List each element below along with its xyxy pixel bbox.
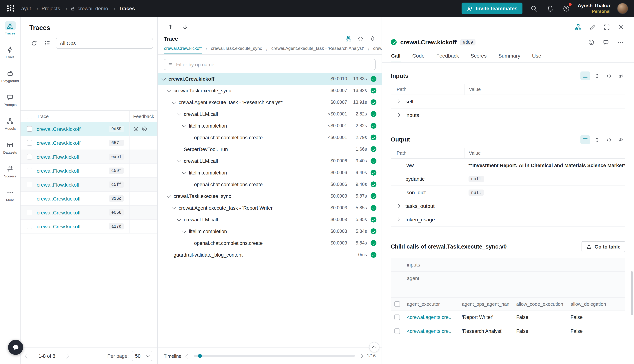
sidebar-item-datasets[interactable]: Datasets [0,140,20,160]
chevron-down-icon[interactable] [182,170,186,174]
tree-row[interactable]: litellm.completion $0.0003 5.84s [158,226,382,237]
tree-view-toggle-button[interactable] [574,23,582,31]
row-checkbox[interactable] [27,140,32,146]
row-checkbox[interactable] [27,182,32,187]
path-tab[interactable]: crewai.Task.execute_sync [211,44,271,54]
row-checkbox[interactable] [27,224,32,229]
display-settings-button[interactable] [43,38,52,48]
add-note-button[interactable] [601,38,610,47]
trace-link[interactable]: crewai.Crew.kickoff [37,126,81,132]
search-button[interactable] [529,4,539,13]
breadcrumb-projects[interactable]: Projects [42,6,71,11]
tree-row[interactable]: litellm.completion <$0.0001 2.82s [158,120,382,132]
agent-executor-link[interactable]: <crewai.agents.cre... [403,328,458,334]
trace-link[interactable]: crewai.Crew.kickoff [37,140,81,146]
trace-link[interactable]: crewai.Flow.kickoff [37,168,79,174]
tab-feedback[interactable]: Feedback [436,50,459,62]
select-all-checkbox[interactable] [394,301,400,307]
row-checkbox[interactable] [27,196,32,201]
output-row[interactable]: tasks_output [391,200,625,213]
chevron-down-icon[interactable] [167,194,171,198]
edit-button[interactable] [588,23,596,31]
tree-row[interactable]: SerperDevTool._run 1.66s [158,143,382,155]
path-tab[interactable]: crewai.Agent.execute_task - 'Research An… [271,44,373,54]
close-panel-button[interactable] [617,23,625,31]
tab-use[interactable]: Use [532,50,541,62]
table-row[interactable]: crewai.Flow.kickoffc5ff [21,178,157,192]
code-format-button[interactable] [604,135,613,144]
timeline-slider[interactable] [194,355,355,357]
per-page-select[interactable]: 50 [132,351,152,361]
row-checkbox[interactable] [394,314,400,320]
go-to-table-button[interactable]: Go to table [581,241,625,252]
code-format-button[interactable] [604,72,613,80]
table-row[interactable]: crewai.Flow.kickoffc59f [21,164,157,178]
input-row[interactable]: self [391,95,625,108]
output-row[interactable]: raw **Investment Report: AI in Chemical … [391,159,625,172]
tab-scores[interactable]: Scores [470,50,487,62]
table-row[interactable]: crewai.Crew.kickoff316c [21,192,157,206]
tree-row[interactable]: crewai.LLM.call <$0.0001 2.82s [158,108,382,120]
tree-row[interactable]: crewai.Task.execute_sync $0.0007 13.92s [158,85,382,96]
wandb-logo[interactable] [5,3,16,14]
user-menu[interactable]: Ayush Thakur Personal [578,3,610,14]
chevron-down-icon[interactable] [177,112,181,116]
chevron-down-icon[interactable] [177,217,181,221]
scrollbar-thumb[interactable] [631,271,633,315]
sidebar-item-models[interactable]: Models [0,116,20,136]
row-checkbox[interactable] [27,126,32,132]
chevron-right-icon[interactable] [396,217,400,222]
sidebar-item-playground[interactable]: Playground [0,69,20,88]
tree-row[interactable]: openai.chat.completions.create $0.0006 9… [158,178,382,190]
tree-row[interactable]: openai.chat.completions.create <$0.0001 … [158,132,382,143]
tree-row[interactable]: crewai.Agent.execute_task - 'Report Writ… [158,202,382,214]
tree-row[interactable]: crewai.Task.execute_sync $0.0003 5.87s [158,190,382,202]
row-checkbox[interactable] [27,154,32,160]
next-trace-button[interactable] [180,22,189,31]
chevron-right-icon[interactable] [396,113,400,117]
select-all-checkbox[interactable] [27,114,32,119]
tree-row[interactable]: crewai.Agent.execute_task - 'Research An… [158,96,382,108]
chevron-down-icon[interactable] [172,205,176,210]
tree-row[interactable]: crewai.Crew.kickoff $0.0010 19.83s [158,73,382,85]
more-actions-button[interactable] [616,38,625,47]
trace-link[interactable]: crewai.Crew.kickoff [37,196,81,202]
table-row[interactable]: crewai.Crew.kickoff657f [21,136,157,150]
path-tab[interactable]: crewai.LLM.cal [373,44,382,54]
tree-row[interactable]: crewai.LLM.call $0.0003 5.85s [158,214,382,226]
output-row[interactable]: json_dict null [391,186,625,200]
table-row[interactable]: <crewai.agents.cre... 'Report Writer' Fa… [391,310,625,324]
add-reaction-button[interactable] [586,38,596,47]
notifications-button[interactable] [545,4,555,13]
breadcrumb-project[interactable]: crewai_demo [71,6,119,11]
code-view-button[interactable] [356,34,364,42]
tab-call[interactable]: Call [391,50,401,62]
table-row[interactable]: crewai.Crew.kickoffa17d [21,220,157,234]
hide-values-button[interactable] [616,135,625,144]
tab-code[interactable]: Code [412,50,425,62]
flame-view-button[interactable] [368,34,377,42]
tree-view-button[interactable] [344,34,352,42]
sidebar-item-more[interactable]: More [0,188,20,207]
breadcrumb-team[interactable]: ayut [21,6,42,11]
timeline-slider-handle[interactable] [198,354,202,358]
chevron-down-icon[interactable] [162,76,166,80]
agent-executor-link[interactable]: <crewai.agents.cre... [403,314,458,320]
chevron-down-icon[interactable] [172,100,176,104]
chevron-right-icon[interactable] [396,204,400,208]
row-checkbox[interactable] [394,328,400,334]
table-row[interactable]: crewai.Crew.kickoff9d89 [21,122,157,136]
trace-link[interactable]: crewai.Flow.kickoff [37,154,79,160]
chevron-down-icon[interactable] [182,229,186,233]
op-filter-input[interactable] [176,62,372,67]
chat-widget-button[interactable] [8,340,23,355]
output-row[interactable]: pydantic null [391,172,625,186]
tree-row[interactable]: openai.chat.completions.create $0.0003 5… [158,237,382,249]
path-tab[interactable]: crewai.Crew.kickoff [164,44,211,54]
prev-page-button[interactable] [25,354,30,358]
chevron-down-icon[interactable] [167,88,171,92]
list-view-button[interactable] [580,135,590,144]
chevron-down-icon[interactable] [177,158,181,162]
timeline-prev-button[interactable] [185,354,190,358]
invite-teammates-button[interactable]: Invite teammates [462,2,523,14]
